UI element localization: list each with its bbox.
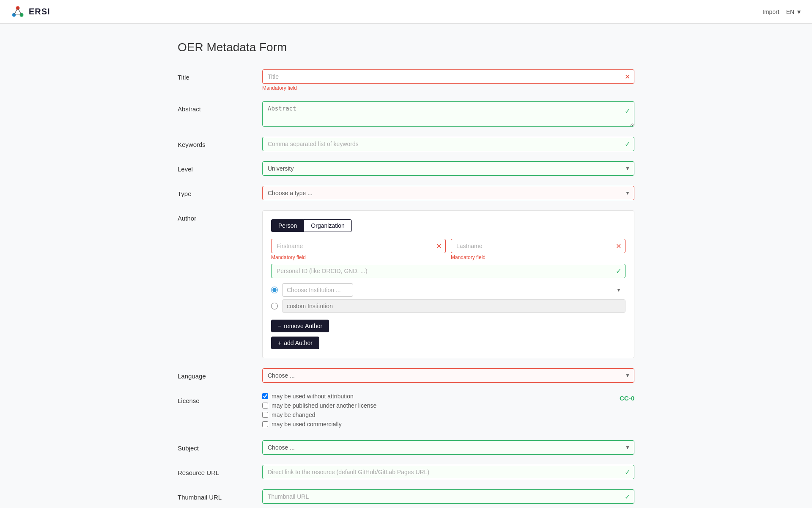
thumbnail-url-row: Thumbnail URL ✓ [178, 489, 634, 504]
institution-row-1: Choose Institution ... ▼ [271, 283, 625, 297]
license-content: may be used without attribution may be p… [262, 393, 634, 430]
type-label: Type [178, 186, 262, 197]
level-label: Level [178, 161, 262, 173]
organization-toggle-btn[interactable]: Organization [304, 219, 351, 232]
thumbnail-url-field: ✓ [262, 489, 634, 504]
lastname-field: ✕ Mandatory field [451, 239, 625, 260]
remove-author-label: remove Author [284, 323, 322, 329]
author-label: Author [178, 210, 262, 222]
license-check-1: may be used without attribution [262, 393, 611, 400]
author-box: Person Organization ✕ Mandatory field [262, 210, 634, 358]
lastname-input[interactable] [451, 239, 625, 253]
institution-radio-custom[interactable] [271, 303, 278, 309]
language-row: Language Choose ... ▼ [178, 368, 634, 383]
institution-select[interactable]: Choose Institution ... [282, 283, 353, 297]
license-checkbox-2[interactable] [262, 403, 268, 409]
level-field: University ▼ [262, 161, 634, 176]
author-row: Author Person Organization ✕ Mandatory f… [178, 210, 634, 358]
resource-url-wrapper: ✓ [262, 465, 634, 479]
firstname-wrapper: ✕ [271, 239, 446, 253]
title-label: Title [178, 69, 262, 81]
title-input[interactable] [262, 69, 634, 84]
abstract-field: ✓ [262, 101, 634, 127]
language-selector[interactable]: EN ▼ [786, 8, 802, 15]
lastname-mandatory: Mandatory field [451, 254, 625, 260]
author-field: Person Organization ✕ Mandatory field [262, 210, 634, 358]
plus-icon: + [278, 340, 281, 346]
personal-id-input-wrapper: ✓ [271, 264, 625, 278]
title-mandatory: Mandatory field [262, 85, 634, 91]
license-row: License may be used without attribution … [178, 393, 634, 430]
abstract-row: Abstract ✓ [178, 101, 634, 127]
level-row: Level University ▼ [178, 161, 634, 176]
add-author-button[interactable]: + add Author [271, 337, 319, 349]
type-select[interactable]: Choose a type ... [262, 186, 634, 200]
thumbnail-url-input[interactable] [262, 489, 634, 504]
level-select[interactable]: University [262, 161, 634, 176]
main-content: OER Metadata Form Title ✕ Mandatory fiel… [152, 24, 660, 508]
firstname-mandatory: Mandatory field [271, 254, 446, 260]
type-select-wrapper: Choose a type ... ▼ [262, 186, 634, 200]
firstname-field: ✕ Mandatory field [271, 239, 446, 260]
license-check-2: may be published under another license [262, 402, 611, 409]
resource-url-row: Resource URL ✓ [178, 465, 634, 479]
license-check2-label: may be published under another license [272, 402, 376, 409]
thumbnail-url-label: Thumbnail URL [178, 489, 262, 501]
institution-radio-choose[interactable] [271, 287, 278, 293]
subject-label: Subject [178, 440, 262, 452]
resource-url-label: Resource URL [178, 465, 262, 476]
license-check-4: may be used commercially [262, 421, 611, 428]
lang-label: EN [786, 8, 794, 15]
license-check-3: may be changed [262, 411, 611, 418]
resource-url-input[interactable] [262, 465, 634, 479]
custom-institution-input[interactable] [282, 299, 625, 313]
language-field: Choose ... ▼ [262, 368, 634, 383]
abstract-label: Abstract [178, 101, 262, 113]
add-author-label: add Author [284, 340, 313, 346]
license-field: may be used without attribution may be p… [262, 393, 634, 430]
import-link[interactable]: Import [763, 8, 779, 15]
thumbnail-url-wrapper: ✓ [262, 489, 634, 504]
subject-select[interactable]: Choose ... [262, 440, 634, 455]
license-check1-label: may be used without attribution [272, 393, 354, 400]
keywords-input-wrapper: ✓ [262, 137, 634, 151]
abstract-textarea[interactable] [262, 101, 634, 127]
lastname-wrapper: ✕ [451, 239, 625, 253]
personal-id-input[interactable] [271, 264, 625, 278]
license-check4-label: may be used commercially [272, 421, 342, 428]
language-select-wrapper: Choose ... ▼ [262, 368, 634, 383]
abstract-input-wrapper: ✓ [262, 101, 634, 127]
license-checks: may be used without attribution may be p… [262, 393, 611, 430]
header: ERSI Import EN ▼ [0, 0, 812, 24]
institution-select-wrapper: Choose Institution ... ▼ [282, 283, 625, 297]
institution-chevron-icon: ▼ [616, 287, 621, 293]
person-toggle-btn[interactable]: Person [271, 219, 304, 232]
license-checkbox-1[interactable] [262, 393, 268, 399]
svg-line-4 [18, 8, 22, 15]
logo-text: ERSI [29, 7, 50, 17]
keywords-field: ✓ [262, 137, 634, 151]
title-row: Title ✕ Mandatory field [178, 69, 634, 91]
svg-line-3 [14, 8, 18, 15]
svg-point-8 [20, 14, 22, 16]
resource-url-field: ✓ [262, 465, 634, 479]
language-label: Language [178, 368, 262, 380]
keywords-input[interactable] [262, 137, 634, 151]
subject-select-wrapper: Choose ... ▼ [262, 440, 634, 455]
license-check3-label: may be changed [272, 411, 315, 418]
license-checkbox-4[interactable] [262, 421, 268, 427]
license-badge: CC-0 [620, 393, 634, 402]
author-name-row: ✕ Mandatory field ✕ Mandatory field [271, 239, 625, 260]
subject-field: Choose ... ▼ [262, 440, 634, 455]
minus-icon: − [278, 323, 281, 329]
remove-author-button[interactable]: − remove Author [271, 320, 329, 332]
author-type-toggle: Person Organization [271, 219, 625, 232]
svg-point-6 [16, 7, 19, 9]
chevron-down-icon: ▼ [796, 8, 802, 15]
page-title: OER Metadata Form [178, 41, 634, 54]
firstname-input[interactable] [271, 239, 446, 253]
language-select[interactable]: Choose ... [262, 368, 634, 383]
license-checkbox-3[interactable] [262, 412, 268, 418]
keywords-row: Keywords ✓ [178, 137, 634, 151]
level-select-wrapper: University ▼ [262, 161, 634, 176]
